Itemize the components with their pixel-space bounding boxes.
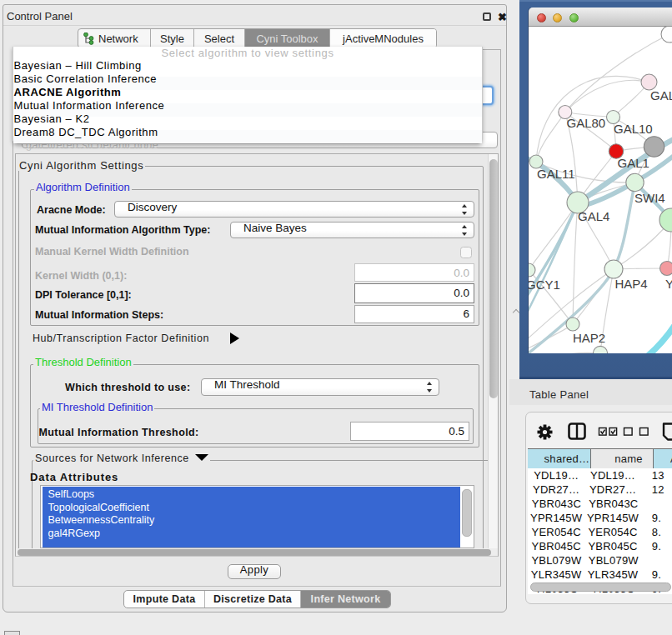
svg-text:Y: Y (665, 277, 672, 291)
svg-text:GAL11: GAL11 (537, 167, 575, 181)
svg-text:HAP4: HAP4 (615, 277, 648, 291)
svg-text:GAL1: GAL1 (618, 156, 649, 170)
svg-text:GAL4: GAL4 (578, 209, 609, 223)
svg-text:GAL10: GAL10 (614, 122, 653, 136)
svg-text:GAL80: GAL80 (567, 116, 606, 130)
svg-text:GCY1: GCY1 (529, 278, 560, 292)
svg-text:HAP2: HAP2 (573, 331, 605, 345)
svg-text:GAL7: GAL7 (650, 88, 672, 102)
svg-text:SWI4: SWI4 (634, 191, 665, 205)
